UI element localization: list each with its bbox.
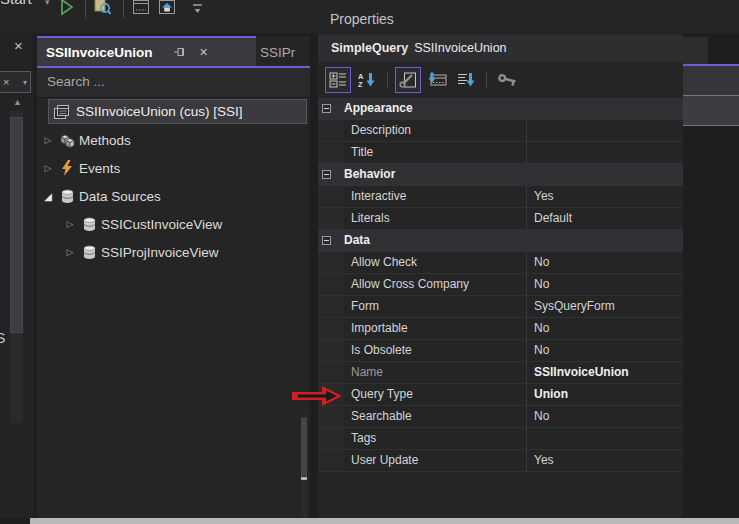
window-layout-icon[interactable] — [133, 0, 150, 19]
tree-item-ssiprojinvoiceview[interactable]: ▷SSIProjInvoiceView — [37, 239, 310, 265]
dock-scrollbar-thumb[interactable] — [10, 117, 23, 333]
property-row-form[interactable]: FormSysQueryForm — [318, 296, 683, 318]
combo-caret-icon[interactable]: ▾ — [23, 78, 27, 87]
row-gutter — [318, 406, 344, 427]
property-label: Importable — [344, 318, 527, 339]
tree-scrollbar-track[interactable] — [301, 414, 307, 518]
property-pages-button[interactable] — [424, 67, 450, 93]
tab-label: SSIInvoiceUnion — [46, 45, 153, 60]
property-value[interactable]: Yes — [527, 186, 683, 207]
datasource-icon — [77, 217, 101, 232]
property-value[interactable]: SSIInvoiceUnion — [527, 362, 683, 383]
properties-panel: Properties SimpleQuerySSIInvoiceUnion A … — [318, 8, 683, 518]
property-row-title[interactable]: Title — [318, 142, 683, 164]
row-gutter — [318, 362, 344, 383]
property-label: Literals — [344, 208, 527, 229]
property-label: Title — [344, 142, 527, 163]
pin-icon[interactable] — [174, 46, 187, 58]
home-icon[interactable] — [159, 0, 176, 19]
start-button[interactable]: Start — [0, 0, 32, 7]
expand-arrow-icon[interactable]: ▷ — [41, 135, 55, 145]
property-category-appearance[interactable]: Appearance — [318, 98, 683, 120]
expand-arrow-icon[interactable]: ▷ — [63, 219, 77, 229]
tree-root-ssiinvoiceunion[interactable]: SSIInvoiceUnion (cus) [SSI] — [48, 99, 307, 124]
collapse-category-icon[interactable] — [318, 164, 344, 185]
property-row-allow-check[interactable]: Allow CheckNo — [318, 252, 683, 274]
tree-item-data-sources[interactable]: ◢Data Sources — [37, 183, 310, 209]
property-value[interactable]: No — [527, 318, 683, 339]
property-value[interactable]: Yes — [527, 450, 683, 471]
property-row-query-type[interactable]: Query TypeUnion — [318, 384, 683, 406]
row-gutter — [318, 274, 344, 295]
property-value[interactable] — [527, 142, 683, 163]
properties-toolbar: A Z — [318, 64, 683, 96]
tree-item-events[interactable]: ▷Events — [37, 155, 310, 181]
sort-alphabetical-button[interactable]: A Z — [354, 67, 380, 93]
collapse-arrow-icon[interactable]: ◢ — [41, 191, 55, 202]
object-selector-combobox[interactable]: SimpleQuerySSIInvoiceUnion — [318, 35, 683, 62]
categorized-button[interactable] — [325, 67, 351, 93]
search-input[interactable]: Search ... — [37, 68, 310, 98]
property-value[interactable]: No — [527, 274, 683, 295]
property-value[interactable]: No — [527, 406, 683, 427]
collapse-category-icon[interactable] — [318, 98, 344, 119]
run-icon[interactable] — [60, 0, 74, 20]
property-value[interactable]: Union — [527, 384, 683, 405]
property-row-importable[interactable]: ImportableNo — [318, 318, 683, 340]
start-dropdown-caret-icon[interactable]: ▾ — [45, 0, 50, 7]
dock-combo-fragment[interactable]: × ▾ — [0, 71, 31, 93]
background-tab-fragment — [683, 37, 708, 64]
property-row-description[interactable]: Description — [318, 120, 683, 142]
property-category-behavior[interactable]: Behavior — [318, 164, 683, 186]
tree-item-label: Methods — [79, 133, 131, 148]
combo-close-icon[interactable]: × — [3, 76, 9, 88]
property-row-searchable[interactable]: SearchableNo — [318, 406, 683, 428]
panel-close-icon[interactable]: × — [14, 37, 23, 54]
find-in-files-icon[interactable] — [94, 0, 112, 20]
expand-arrow-icon[interactable]: ▷ — [41, 163, 55, 173]
scroll-up-icon[interactable]: ▲ — [13, 97, 22, 107]
methods-icon — [55, 132, 79, 148]
toolbar-overflow-icon[interactable] — [192, 2, 203, 20]
row-gutter — [318, 208, 344, 229]
tab-close-icon[interactable]: × — [200, 44, 208, 60]
property-page-button[interactable] — [395, 67, 421, 93]
property-value[interactable] — [527, 120, 683, 141]
page-sort-button[interactable] — [453, 67, 479, 93]
row-gutter — [318, 252, 344, 273]
property-label: Query Type — [344, 384, 527, 405]
collapse-category-icon[interactable] — [318, 230, 344, 251]
tree-scrollbar-thumb[interactable] — [301, 418, 307, 476]
events-icon — [55, 160, 79, 176]
property-label: Searchable — [344, 406, 527, 427]
property-row-allow-cross-company[interactable]: Allow Cross CompanyNo — [318, 274, 683, 296]
ide-window: Start ▾ × × ▾ — [0, 0, 739, 524]
tree-item-methods[interactable]: ▷Methods — [37, 127, 310, 153]
property-label: Tags — [344, 428, 527, 449]
property-label: Name — [344, 362, 527, 383]
property-row-is-obsolete[interactable]: Is ObsoleteNo — [318, 340, 683, 362]
property-value[interactable]: No — [527, 340, 683, 361]
property-value[interactable]: SysQueryForm — [527, 296, 683, 317]
property-row-literals[interactable]: LiteralsDefault — [318, 208, 683, 230]
toolbar-separator — [486, 71, 487, 89]
property-value[interactable]: Default — [527, 208, 683, 229]
row-gutter — [318, 186, 344, 207]
expand-arrow-icon[interactable]: ▷ — [63, 247, 77, 257]
category-label: Appearance — [344, 98, 413, 119]
tab-ssipr[interactable]: SSIPr — [260, 40, 310, 66]
property-row-tags[interactable]: Tags — [318, 428, 683, 450]
property-label: User Update — [344, 450, 527, 471]
tab-ssiinvoiceunion[interactable]: SSIInvoiceUnion × — [37, 36, 256, 66]
property-row-name[interactable]: NameSSIInvoiceUnion — [318, 362, 683, 384]
property-value[interactable] — [527, 428, 683, 449]
property-value[interactable]: No — [527, 252, 683, 273]
property-row-user-update[interactable]: User UpdateYes — [318, 450, 683, 472]
tree-scrollbar-mark — [301, 477, 307, 480]
property-label: Allow Check — [344, 252, 527, 273]
property-category-data[interactable]: Data — [318, 230, 683, 252]
tree-item-ssicustinvoiceview[interactable]: ▷SSICustInvoiceView — [37, 211, 310, 237]
clipped-text-fragment: S — [0, 330, 5, 346]
property-row-interactive[interactable]: InteractiveYes — [318, 186, 683, 208]
row-gutter — [318, 142, 344, 163]
